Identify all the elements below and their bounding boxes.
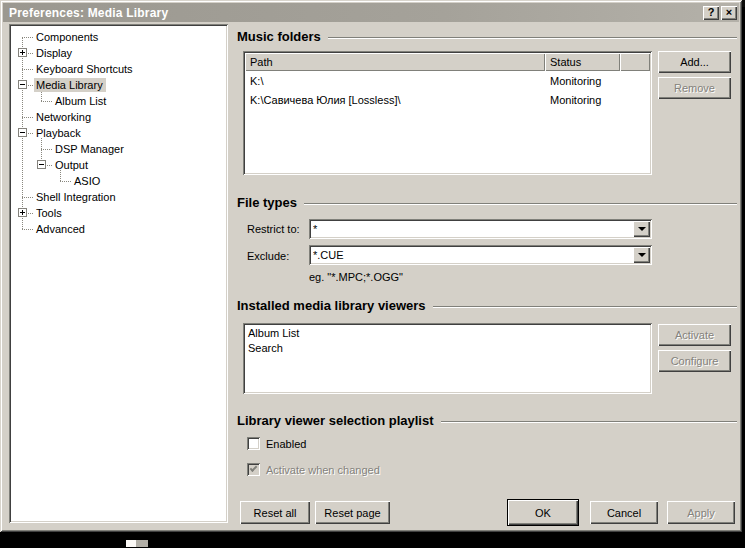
section-divider	[304, 203, 737, 204]
tree-item-label: Playback	[34, 126, 84, 140]
music-folder-row[interactable]: K:\Савичева Юлия [Lossless]\Monitoring	[245, 90, 650, 109]
section-divider	[328, 37, 737, 38]
preferences-tree[interactable]: ComponentsDisplayKeyboard ShortcutsMedia…	[9, 24, 228, 523]
section-title: Music folders	[237, 29, 321, 44]
tree-item-tools[interactable]: Tools	[11, 205, 226, 221]
exclude-value: *.CUE	[313, 248, 630, 262]
activate-when-changed-label: Activate when changed	[266, 463, 380, 477]
tree-item-keyboard-shortcuts[interactable]: Keyboard Shortcuts	[11, 61, 226, 77]
collapse-minus-icon[interactable]	[18, 80, 27, 89]
folder-path-cell: K:\Савичева Юлия [Lossless]\	[245, 94, 545, 106]
section-viewers: Installed media library viewers	[237, 297, 737, 313]
viewer-list-item[interactable]: Album List	[245, 326, 650, 341]
tree-item-media-library[interactable]: Media Library	[11, 77, 226, 93]
cancel-button[interactable]: Cancel	[590, 501, 658, 524]
apply-button[interactable]: Apply	[667, 501, 735, 524]
chevron-down-icon	[638, 227, 646, 231]
close-button[interactable]: ×	[721, 6, 737, 20]
tree-item-label: Advanced	[34, 222, 88, 236]
viewers-listbox[interactable]: Album ListSearch	[243, 323, 652, 394]
background-window-bottom-fragment	[126, 540, 148, 547]
section-music-folders: Music folders	[237, 28, 737, 44]
music-folder-row[interactable]: K:\Monitoring	[245, 71, 650, 90]
section-file-types: File types	[237, 194, 737, 210]
reset-page-button[interactable]: Reset page	[315, 501, 390, 524]
chevron-down-icon	[638, 253, 646, 257]
tree-item-label: DSP Manager	[53, 142, 127, 156]
section-divider	[441, 421, 737, 422]
folder-status-cell: Monitoring	[545, 75, 601, 87]
tree-item-playback[interactable]: Playback	[11, 125, 226, 141]
column-header-status[interactable]: Status	[545, 53, 620, 71]
section-title: File types	[237, 195, 297, 210]
ok-button[interactable]: OK	[507, 499, 579, 526]
viewer-list-item[interactable]: Search	[245, 341, 650, 356]
configure-viewer-button[interactable]: Configure	[658, 350, 731, 372]
activate-viewer-button[interactable]: Activate	[658, 324, 731, 346]
column-header-filler	[620, 53, 650, 71]
tree-item-label: Components	[34, 30, 101, 44]
tree-connector-stub	[22, 229, 33, 230]
collapse-minus-icon[interactable]	[37, 160, 46, 169]
column-header-path[interactable]: Path	[245, 53, 545, 71]
folder-path-cell: K:\	[245, 75, 545, 87]
exclude-combobox[interactable]: *.CUE	[309, 245, 652, 265]
enabled-label: Enabled	[266, 437, 306, 451]
expand-plus-icon[interactable]	[18, 48, 27, 57]
collapse-minus-icon[interactable]	[18, 128, 27, 137]
tree-connector-stub	[22, 37, 33, 38]
activate-when-changed-checkbox[interactable]	[247, 463, 260, 476]
tree-connector-stub	[41, 101, 52, 102]
dropdown-button[interactable]	[633, 247, 650, 263]
tree-connector-stub	[22, 197, 33, 198]
restrict-to-combobox[interactable]: *	[309, 219, 652, 239]
tree-item-label: Keyboard Shortcuts	[34, 62, 136, 76]
expand-plus-icon[interactable]	[18, 208, 27, 217]
tree-item-label: Networking	[34, 110, 94, 124]
tree-item-networking[interactable]: Networking	[11, 109, 226, 125]
exclude-label: Exclude:	[247, 249, 289, 263]
tree-item-label: Media Library	[34, 78, 106, 92]
tree-item-display[interactable]: Display	[11, 45, 226, 61]
titlebar[interactable]: Preferences: Media Library ? ×	[3, 3, 739, 22]
folder-status-cell: Monitoring	[545, 94, 601, 106]
tree-item-label: ASIO	[72, 174, 103, 188]
tree-item-label: Album List	[53, 94, 109, 108]
tree-connector-stub	[22, 117, 33, 118]
tree-item-advanced[interactable]: Advanced	[11, 221, 226, 237]
add-folder-button[interactable]: Add...	[658, 51, 731, 73]
music-folders-list-header: Path Status	[245, 53, 650, 71]
window-title: Preferences: Media Library	[9, 6, 701, 20]
help-button[interactable]: ?	[703, 6, 719, 20]
tree-item-album-list[interactable]: Album List	[11, 93, 226, 109]
tree-connector-stub	[60, 181, 71, 182]
file-types-hint: eg. "*.MPC;*.OGG"	[309, 270, 403, 284]
tree-item-label: Tools	[34, 206, 65, 220]
tree-item-label: Output	[53, 158, 91, 172]
tree-connector-stub	[22, 69, 33, 70]
section-divider	[433, 306, 737, 307]
music-folders-list[interactable]: Path Status K:\MonitoringK:\Савичева Юли…	[243, 51, 652, 175]
tree-item-shell-integration[interactable]: Shell Integration	[11, 189, 226, 205]
preferences-dialog: Preferences: Media Library ? × Component…	[0, 0, 742, 532]
section-title: Library viewer selection playlist	[237, 413, 434, 428]
section-selection-playlist: Library viewer selection playlist	[237, 412, 737, 428]
tree-item-label: Display	[34, 46, 75, 60]
tree-item-output[interactable]: Output	[11, 157, 226, 173]
checkmark-icon	[250, 464, 258, 472]
remove-folder-button[interactable]: Remove	[658, 77, 731, 99]
enabled-checkbox[interactable]	[247, 437, 260, 450]
section-title: Installed media library viewers	[237, 298, 426, 313]
tree-connector-stub	[41, 149, 52, 150]
tree-item-components[interactable]: Components	[11, 29, 226, 45]
reset-all-button[interactable]: Reset all	[240, 501, 310, 524]
dropdown-button[interactable]	[633, 221, 650, 237]
tree-item-label: Shell Integration	[34, 190, 119, 204]
tree-item-dsp-manager[interactable]: DSP Manager	[11, 141, 226, 157]
tree-item-asio[interactable]: ASIO	[11, 173, 226, 189]
restrict-to-label: Restrict to:	[247, 222, 300, 236]
restrict-to-value: *	[313, 222, 630, 236]
